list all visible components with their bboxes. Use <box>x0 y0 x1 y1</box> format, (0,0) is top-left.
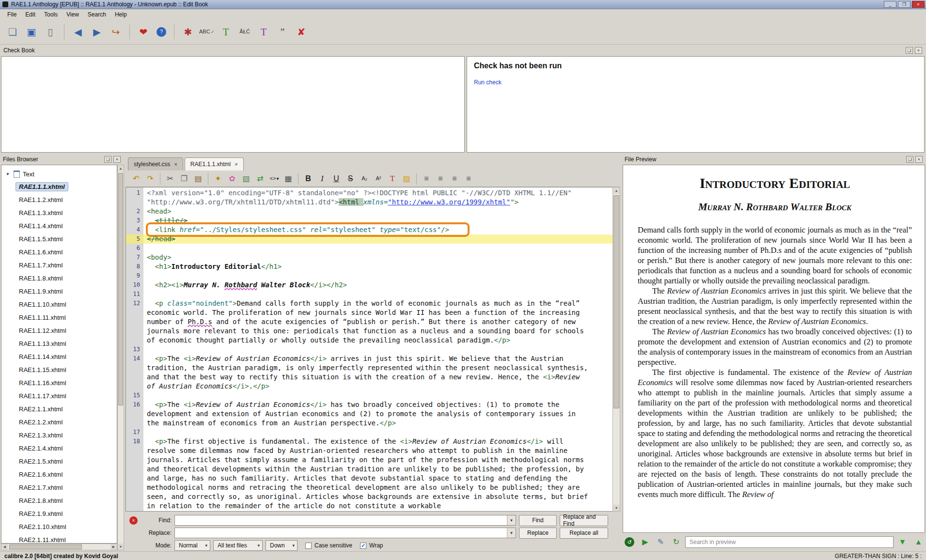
fix-html-icon[interactable]: T <box>256 24 271 40</box>
scroll-down-icon[interactable]: ▼ <box>118 544 124 550</box>
bee-icon[interactable]: ✦ <box>212 172 224 185</box>
file-item[interactable]: RAE1.1.11.xhtml <box>1 311 117 324</box>
change-case-icon[interactable]: ÅŁĆ <box>237 24 252 40</box>
insert-table-icon[interactable]: ▦ <box>282 172 295 185</box>
jump-icon[interactable]: ↪ <box>108 24 124 40</box>
run-check-link[interactable]: Run check <box>474 79 502 86</box>
close-panel-icon[interactable]: × <box>113 156 121 163</box>
find-prev-preview-icon[interactable]: ▲ <box>912 536 925 549</box>
file-item[interactable]: RAE1.1.8.xhtml <box>1 272 117 285</box>
insert-image-icon[interactable]: ▧ <box>240 172 252 185</box>
file-item[interactable]: RAE1.1.14.xhtml <box>1 350 117 363</box>
tab-RAE1.1.1.xhtml[interactable]: RAE1.1.1.xhtml× <box>185 157 244 171</box>
align-left-icon[interactable]: ≡ <box>420 172 433 185</box>
undo-icon[interactable]: ↶ <box>130 172 142 185</box>
find-input[interactable]: ▾ <box>174 515 516 526</box>
maximize-button[interactable]: ❐ <box>898 1 910 8</box>
file-item[interactable]: RAE2.1.5.xhtml <box>1 455 117 468</box>
auto-reload-icon[interactable]: ↺ <box>625 537 634 547</box>
arrows-icon[interactable]: ⇄ <box>254 172 267 185</box>
close-tab-icon[interactable]: × <box>235 161 237 167</box>
remove-unused-css-icon[interactable]: ✘ <box>294 24 309 40</box>
fill-color-icon[interactable]: ▨ <box>400 172 413 185</box>
files-horizontal-scrollbar[interactable]: ◀ ▶ <box>1 544 117 550</box>
close-panel-icon[interactable]: × <box>915 47 922 54</box>
file-item[interactable]: RAE1.1.10.xhtml <box>1 298 117 311</box>
bold-icon[interactable]: B <box>302 172 314 185</box>
file-item[interactable]: RAE2.1.3.xhtml <box>1 429 117 442</box>
insert-special-character-icon[interactable]: T <box>218 24 234 40</box>
subscript-icon[interactable]: A₂ <box>358 172 371 185</box>
dropdown-icon[interactable]: ▾ <box>507 515 516 525</box>
case-sensitive-checkbox[interactable] <box>305 543 312 549</box>
smarten-punctuation-icon[interactable]: ” <box>275 24 290 40</box>
menu-item-view[interactable]: View <box>62 10 83 19</box>
back-icon[interactable]: ◀ <box>70 24 86 40</box>
paste-icon[interactable]: ▤ <box>192 172 204 185</box>
scrollbar-thumb[interactable] <box>9 544 82 549</box>
copy-icon[interactable]: ❐ <box>178 172 190 185</box>
replace-button[interactable]: Replace <box>519 528 557 539</box>
file-item[interactable]: RAE2.1.6.xhtml <box>1 468 117 481</box>
float-panel-icon[interactable]: ❏ <box>906 156 913 163</box>
scroll-right-icon[interactable]: ▶ <box>110 544 117 550</box>
file-item[interactable]: RAE2.1.11.xhtml <box>1 533 117 544</box>
close-button[interactable]: × <box>912 1 925 8</box>
menu-item-file[interactable]: File <box>3 10 21 19</box>
file-item[interactable]: RAE1.1.12.xhtml <box>1 324 117 337</box>
quill-icon[interactable]: ✎ <box>654 536 667 549</box>
replace-all-button[interactable]: Replace all <box>560 528 608 539</box>
menu-item-search[interactable]: Search <box>83 10 110 19</box>
scrollbar-thumb[interactable] <box>613 195 619 408</box>
file-item[interactable]: RAE2.1.1.xhtml <box>1 403 117 416</box>
preview-search-input[interactable]: Search in preview <box>685 536 894 548</box>
file-item[interactable]: RAE1.1.4.xhtml <box>1 219 117 233</box>
file-item[interactable]: RAE1.1.1.xhtml <box>1 180 117 193</box>
superscript-icon[interactable]: A² <box>372 172 385 185</box>
redo-icon[interactable]: ↷ <box>144 172 157 185</box>
help-icon[interactable]: ? <box>157 27 166 37</box>
direction-select[interactable]: Down▾ <box>266 540 298 551</box>
tab-stylesheet.css[interactable]: stylesheet.css× <box>128 157 183 171</box>
scrollbar-thumb[interactable] <box>118 173 123 405</box>
file-item[interactable]: RAE1.1.9.xhtml <box>1 285 117 298</box>
files-scrollbar[interactable]: ▲ ▼ <box>117 165 124 550</box>
file-item[interactable]: RAE1.1.6.xhtml <box>1 246 117 259</box>
file-item[interactable]: RAE1.1.2.xhtml <box>1 193 117 206</box>
file-item[interactable]: RAE1.1.3.xhtml <box>1 206 117 219</box>
replace-input[interactable]: ▾ <box>174 528 516 538</box>
find-next-preview-icon[interactable]: ▼ <box>896 536 909 549</box>
file-item[interactable]: RAE2.1.7.xhtml <box>1 481 117 494</box>
tree-expand-icon[interactable]: ▼ <box>6 172 11 176</box>
file-item[interactable]: RAE2.1.9.xhtml <box>1 507 117 520</box>
add-file-icon[interactable]: ❏ <box>5 24 20 40</box>
strikethrough-icon[interactable]: S <box>344 172 357 185</box>
close-find-icon[interactable]: × <box>129 516 138 525</box>
minimize-button[interactable]: _ <box>884 1 896 8</box>
run-preview-icon[interactable]: ▶ <box>639 536 652 549</box>
dropdown-icon[interactable]: ▾ <box>507 528 516 538</box>
find-button[interactable]: Find <box>519 515 557 526</box>
menu-item-edit[interactable]: Edit <box>21 10 40 19</box>
cut-icon[interactable]: ✂ <box>164 172 176 185</box>
menu-item-help[interactable]: Help <box>110 10 131 19</box>
scope-select[interactable]: All text files▾ <box>213 540 263 551</box>
file-item[interactable]: RAE2.1.8.xhtml <box>1 494 117 507</box>
replace-and-find-button[interactable]: Replace and Find <box>560 515 608 526</box>
spell-check-icon[interactable]: ABC✓ <box>199 24 215 40</box>
text-category-row[interactable]: ▼ Text <box>1 168 117 180</box>
underline-icon[interactable]: U <box>330 172 343 185</box>
insert-tag-icon[interactable]: <>▾ <box>268 172 281 185</box>
donate-icon[interactable]: ❤ <box>136 24 151 40</box>
float-panel-icon[interactable]: ❏ <box>104 156 111 163</box>
align-justify-icon[interactable]: ≡ <box>462 172 475 185</box>
file-item[interactable]: RAE2.1.4.xhtml <box>1 442 117 455</box>
scroll-down-icon[interactable]: ▼ <box>613 505 620 511</box>
forward-icon[interactable]: ▶ <box>89 24 105 40</box>
align-right-icon[interactable]: ≡ <box>448 172 461 185</box>
code-editor[interactable]: 1<?xml version="1.0" encoding="UTF-8" st… <box>126 187 612 512</box>
refresh-preview-icon[interactable]: ↻ <box>670 536 683 549</box>
scroll-up-icon[interactable]: ▲ <box>118 165 124 171</box>
file-item[interactable]: RAE1.1.16.xhtml <box>1 376 117 389</box>
file-item[interactable]: RAE1.1.15.xhtml <box>1 363 117 376</box>
